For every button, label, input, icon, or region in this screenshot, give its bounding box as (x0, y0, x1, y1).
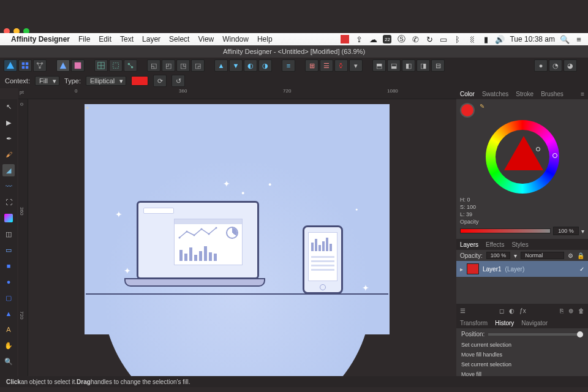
snap-guides-button[interactable] (109, 59, 123, 72)
boolean-intersect-button[interactable]: ◧ (402, 59, 415, 72)
insert-inside-button[interactable]: ◕ (564, 59, 577, 72)
menu-view[interactable]: View (198, 35, 214, 43)
artboard[interactable]: ✦ ● ✦ ✦ ● ✦ ✦ ● (85, 104, 390, 334)
panel-menu-icon[interactable]: ≡ (581, 91, 584, 97)
blend-mode-dropdown[interactable]: Normal (521, 252, 564, 259)
boolean-add-button[interactable]: ⬒ (372, 59, 386, 72)
canvas[interactable]: ✦ ● ✦ ✦ ● ✦ ✦ ● (28, 99, 456, 379)
rectangle-shape-tool[interactable]: ■ (2, 260, 15, 272)
volume-icon[interactable]: 🔊 (496, 35, 504, 43)
pan-tool[interactable]: ✋ (2, 339, 15, 352)
history-item[interactable]: Set current selection (456, 340, 588, 350)
snap-candidates-button[interactable] (124, 59, 137, 72)
history-item[interactable]: Set current selection (456, 360, 588, 369)
baseline-toggle-button[interactable]: ☰ (320, 59, 333, 72)
opacity-slider[interactable] (460, 228, 551, 233)
dropbox-icon[interactable]: ⇪ (355, 35, 363, 43)
battery-icon[interactable]: ▮ (481, 35, 490, 43)
grid-toggle-button[interactable]: ⊞ (305, 59, 318, 72)
opacity-value[interactable]: 100 % (553, 227, 579, 235)
node-tool[interactable]: ▶ (2, 116, 15, 129)
gradient-tool[interactable]: ◫ (2, 228, 15, 240)
context-color-swatch[interactable] (131, 76, 148, 86)
context-reverse-button[interactable]: ⟳ (153, 75, 167, 87)
menu-file[interactable]: File (78, 35, 90, 43)
cloud-icon[interactable]: ☁ (369, 35, 377, 43)
menu-help[interactable]: Help (257, 35, 273, 43)
disclosure-icon[interactable]: ▸ (460, 266, 463, 273)
persona-export-button[interactable] (33, 59, 47, 72)
move-tool[interactable]: ↖ (2, 100, 15, 113)
persona-designer-button[interactable] (4, 59, 17, 72)
visibility-check-icon[interactable]: ✓ (579, 266, 584, 273)
tab-styles[interactable]: Styles (511, 241, 528, 248)
wifi-icon[interactable]: ⧛ (467, 35, 476, 43)
layers-stack-icon[interactable]: ☰ (460, 307, 466, 314)
menu-select[interactable]: Select (169, 35, 189, 43)
menubar-clock[interactable]: Tue 10:38 am (510, 35, 555, 43)
delete-layer-icon[interactable]: 🗑 (578, 307, 584, 314)
tab-layers[interactable]: Layers (460, 241, 478, 248)
history-item[interactable]: Move fill handles (456, 350, 588, 360)
adjustment-icon[interactable]: ◐ (509, 307, 514, 314)
menu-layer[interactable]: Layer (142, 35, 160, 43)
spotlight-icon[interactable]: 🔍 (560, 35, 569, 43)
skype-icon[interactable]: Ⓢ (397, 35, 405, 43)
move-forward-button[interactable]: ◳ (176, 59, 190, 72)
color-wheel[interactable] (486, 120, 559, 194)
boolean-subtract-button[interactable]: ⬓ (387, 59, 401, 72)
boolean-xor-button[interactable]: ◨ (417, 59, 430, 72)
context-rotate-button[interactable]: ↺ (172, 75, 185, 87)
flip-vertical-button[interactable]: ▼ (229, 59, 243, 72)
sat-handle[interactable] (536, 147, 540, 151)
lock-icon[interactable]: 🔒 (577, 252, 584, 259)
foreground-color-swatch[interactable] (460, 103, 475, 118)
rotate-ccw-button[interactable]: ◐ (244, 59, 257, 72)
tab-transform[interactable]: Transform (460, 320, 488, 326)
view-mode-button[interactable] (56, 59, 70, 72)
tab-stroke[interactable]: Stroke (516, 91, 533, 97)
place-image-tool[interactable]: ▭ (2, 244, 15, 256)
ellipse-shape-tool[interactable]: ● (2, 276, 15, 288)
fill-tool[interactable]: ◢ (2, 164, 15, 176)
add-layer-icon[interactable]: ⊕ (568, 307, 573, 314)
menu-text[interactable]: Text (120, 35, 134, 43)
position-slider[interactable] (488, 333, 583, 336)
mask-icon[interactable]: ◻ (499, 307, 504, 314)
artistic-text-tool[interactable]: A (2, 323, 15, 336)
move-front-button[interactable]: ◲ (191, 59, 205, 72)
menu-list-icon[interactable]: ≡ (575, 35, 583, 43)
crop-tool[interactable]: ⛶ (2, 196, 15, 208)
brush-tool[interactable]: 🖌 (2, 148, 15, 160)
tab-color[interactable]: Color (460, 91, 475, 97)
tab-navigator[interactable]: Navigator (521, 320, 548, 326)
flip-horizontal-button[interactable]: ▲ (214, 59, 228, 72)
move-back-button[interactable]: ◱ (147, 59, 160, 72)
layer-opacity-field[interactable]: 100 % (486, 252, 511, 259)
snapping-dropdown-button[interactable]: ▾ (349, 59, 363, 72)
rounded-rect-tool[interactable]: ▢ (2, 292, 15, 304)
menu-window[interactable]: Window (222, 35, 249, 43)
hue-handle[interactable] (552, 153, 557, 158)
eyedropper-icon[interactable]: ✎ (480, 103, 484, 110)
display-icon[interactable]: ▭ (439, 35, 448, 43)
transparency-tool[interactable] (2, 212, 15, 224)
tab-effects[interactable]: Effects (486, 241, 504, 248)
tab-swatches[interactable]: Swatches (482, 91, 508, 97)
mail-icon[interactable]: ✆ (411, 35, 420, 43)
sync-icon[interactable]: ↻ (425, 35, 434, 43)
snap-grid-button[interactable] (94, 59, 108, 72)
copy-layer-icon[interactable]: ⎘ (560, 307, 564, 314)
app-name[interactable]: Affinity Designer (11, 35, 70, 43)
menu-edit[interactable]: Edit (99, 35, 111, 43)
fx-icon[interactable]: ƒx (519, 307, 526, 314)
move-backward-button[interactable]: ◰ (162, 59, 175, 72)
vector-brush-tool[interactable]: 〰 (2, 180, 15, 192)
persona-pixel-button[interactable] (18, 59, 32, 72)
insert-behind-button[interactable]: ◔ (549, 59, 562, 72)
context-fill-dropdown[interactable]: Fill ▾ (35, 76, 59, 86)
insert-target-button[interactable]: ● (534, 59, 548, 72)
align-button[interactable]: ≡ (282, 59, 295, 72)
tab-history[interactable]: History (495, 320, 514, 326)
pen-tool[interactable]: ✒ (2, 132, 15, 145)
